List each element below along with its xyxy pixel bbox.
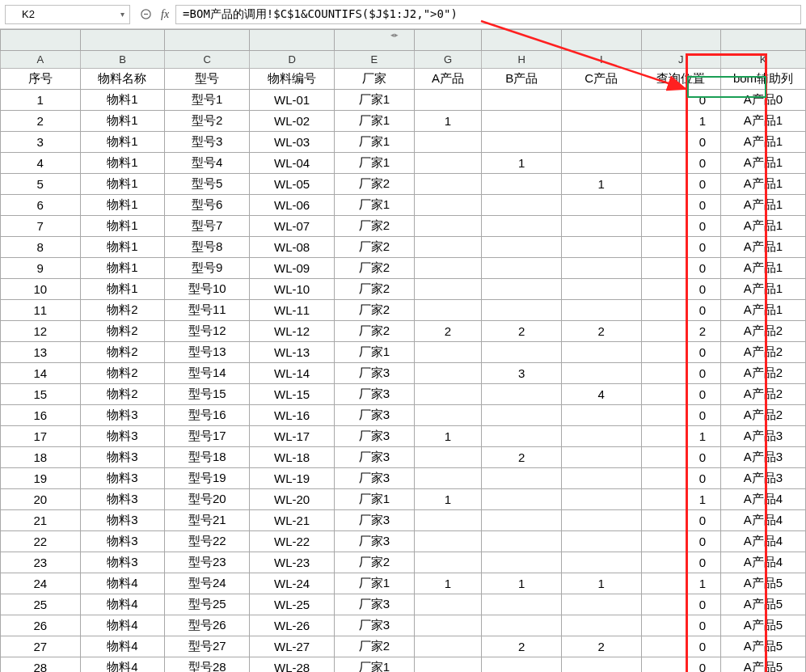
cell-I[interactable] [561, 405, 641, 426]
cell-J[interactable]: 0 [641, 384, 721, 405]
cell-E[interactable]: 厂家3 [335, 531, 415, 552]
cell-C[interactable]: 型号9 [165, 258, 250, 279]
cell-A[interactable]: 22 [1, 531, 81, 552]
cell-I[interactable] [561, 468, 641, 489]
col-header-K[interactable]: K [721, 51, 806, 69]
cell-E[interactable]: 厂家3 [335, 405, 415, 426]
cell-K[interactable]: A产品4 [721, 552, 806, 573]
cell-G[interactable] [414, 237, 482, 258]
cell-B[interactable]: 物料3 [80, 447, 165, 468]
cell-C[interactable]: 型号15 [165, 384, 250, 405]
cell-H[interactable] [482, 552, 562, 573]
cell-C[interactable]: 型号11 [165, 300, 250, 321]
cell-E[interactable]: 厂家2 [335, 279, 415, 300]
cell-J[interactable]: 0 [641, 279, 721, 300]
cell-H[interactable] [482, 468, 562, 489]
col-header-B[interactable]: B [80, 51, 165, 69]
cell-G[interactable] [414, 510, 482, 531]
cell-B[interactable]: 物料1 [80, 216, 165, 237]
cell-H[interactable]: 3 [482, 363, 562, 384]
cell-J[interactable]: 0 [641, 615, 721, 636]
cell-H[interactable] [482, 657, 562, 673]
cell-C[interactable]: 型号23 [165, 552, 250, 573]
col-header-J[interactable]: J [641, 51, 721, 69]
cell-G[interactable] [414, 300, 482, 321]
cell-J[interactable]: 1 [641, 489, 721, 510]
cell-A[interactable]: 1 [1, 90, 81, 111]
cell-G[interactable] [414, 384, 482, 405]
col-header-C[interactable]: C [165, 51, 250, 69]
cell-I[interactable] [561, 90, 641, 111]
cell-D[interactable]: WL-26 [250, 615, 335, 636]
cell-K[interactable]: A产品2 [721, 342, 806, 363]
cell-C[interactable]: 型号27 [165, 636, 250, 657]
cell-K[interactable]: A产品1 [721, 237, 806, 258]
cell-D[interactable]: WL-19 [250, 468, 335, 489]
col-header-E[interactable]: E [335, 51, 415, 69]
cell-D[interactable]: WL-20 [250, 489, 335, 510]
cell-A[interactable]: 8 [1, 237, 81, 258]
cell-H[interactable] [482, 426, 562, 447]
cell-K[interactable]: A产品5 [721, 636, 806, 657]
cell-G[interactable]: 1 [414, 426, 482, 447]
cell-E[interactable]: 厂家1 [335, 573, 415, 594]
cell-K[interactable]: A产品5 [721, 615, 806, 636]
cell-E[interactable]: 厂家3 [335, 615, 415, 636]
cell-C[interactable]: 型号10 [165, 279, 250, 300]
cell-I[interactable] [561, 594, 641, 615]
cell-J[interactable]: 0 [641, 363, 721, 384]
cell-K[interactable]: A产品2 [721, 321, 806, 342]
cell-J[interactable]: 0 [641, 174, 721, 195]
cell-A[interactable]: 10 [1, 279, 81, 300]
cell-K[interactable]: A产品1 [721, 216, 806, 237]
cell-J[interactable]: 0 [641, 531, 721, 552]
cell-I[interactable] [561, 195, 641, 216]
cell-G[interactable] [414, 90, 482, 111]
cell-A[interactable]: 19 [1, 468, 81, 489]
col-header-H[interactable]: H [482, 51, 562, 69]
cell-G[interactable] [414, 468, 482, 489]
cell-H[interactable]: 1 [482, 573, 562, 594]
cell-B[interactable]: 物料1 [80, 279, 165, 300]
cell-B[interactable]: 物料1 [80, 90, 165, 111]
cell-G[interactable] [414, 636, 482, 657]
cancel-icon[interactable] [137, 6, 154, 23]
cell-A[interactable]: 26 [1, 615, 81, 636]
cell-D[interactable]: WL-27 [250, 636, 335, 657]
cell-D[interactable]: WL-23 [250, 552, 335, 573]
cell-G[interactable] [414, 657, 482, 673]
cell-A[interactable]: 28 [1, 657, 81, 673]
cell-G[interactable] [414, 531, 482, 552]
cell-G[interactable] [414, 258, 482, 279]
cell-J[interactable]: 1 [641, 111, 721, 132]
cell-B[interactable]: 物料1 [80, 111, 165, 132]
cell-E[interactable]: 厂家1 [335, 489, 415, 510]
cell-A[interactable]: 17 [1, 426, 81, 447]
cell-B[interactable]: 物料1 [80, 237, 165, 258]
cell-D[interactable]: WL-16 [250, 405, 335, 426]
cell-D[interactable]: WL-05 [250, 174, 335, 195]
cell-J[interactable]: 0 [641, 132, 721, 153]
cell-A[interactable]: 12 [1, 321, 81, 342]
cell-B[interactable]: 物料4 [80, 636, 165, 657]
cell-H[interactable] [482, 615, 562, 636]
cell-G[interactable]: 1 [414, 111, 482, 132]
cell-C[interactable]: 型号16 [165, 405, 250, 426]
cell-J[interactable]: 0 [641, 468, 721, 489]
cell-E[interactable]: 厂家1 [335, 657, 415, 673]
cell-A[interactable]: 21 [1, 510, 81, 531]
cell-C[interactable]: 型号8 [165, 237, 250, 258]
cell-D[interactable]: WL-21 [250, 510, 335, 531]
cell-H[interactable] [482, 594, 562, 615]
cell-C[interactable]: 型号3 [165, 132, 250, 153]
cell-H[interactable] [482, 258, 562, 279]
cell-J[interactable]: 0 [641, 237, 721, 258]
cell-J[interactable]: 0 [641, 405, 721, 426]
cell-D[interactable]: WL-04 [250, 153, 335, 174]
cell-A[interactable]: 6 [1, 195, 81, 216]
cell-E[interactable]: 厂家2 [335, 237, 415, 258]
cell-H[interactable] [482, 531, 562, 552]
hdr-J[interactable]: 查询位置 [641, 69, 721, 90]
cell-K[interactable]: A产品1 [721, 153, 806, 174]
cell-A[interactable]: 18 [1, 447, 81, 468]
